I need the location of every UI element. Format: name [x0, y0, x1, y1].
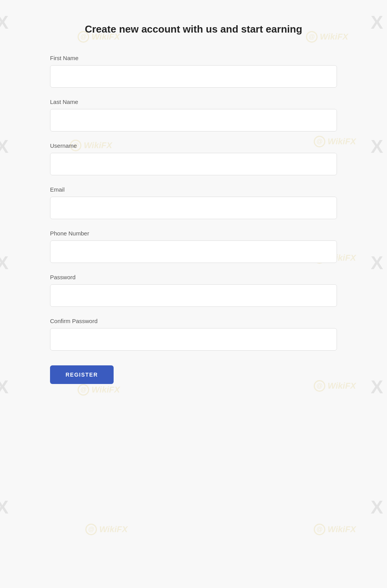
phone-input[interactable] — [50, 240, 337, 263]
registration-form: First Name Last Name Username Email Phon… — [50, 55, 337, 384]
password-input[interactable] — [50, 284, 337, 307]
last-name-input[interactable] — [50, 109, 337, 131]
email-input[interactable] — [50, 197, 337, 219]
watermark-x: X — [371, 496, 383, 518]
watermark-x: X — [0, 496, 9, 518]
watermark-x: X — [371, 12, 383, 33]
phone-group: Phone Number — [50, 230, 337, 263]
wikifx-watermark: @ WikiFX — [85, 524, 128, 535]
username-input[interactable] — [50, 153, 337, 175]
wikifx-watermark: @ WikiFX — [314, 524, 356, 535]
last-name-label: Last Name — [50, 99, 337, 105]
watermark-x: X — [371, 376, 383, 398]
phone-label: Phone Number — [50, 230, 337, 237]
first-name-label: First Name — [50, 55, 337, 61]
confirm-password-group: Confirm Password — [50, 318, 337, 351]
password-label: Password — [50, 274, 337, 280]
watermark-x: X — [371, 252, 383, 273]
username-group: Username — [50, 142, 337, 175]
first-name-group: First Name — [50, 55, 337, 88]
register-button[interactable]: REGISTER — [50, 365, 114, 384]
email-group: Email — [50, 186, 337, 219]
watermark-x: X — [0, 252, 9, 273]
watermark-x: X — [371, 136, 383, 157]
last-name-group: Last Name — [50, 99, 337, 131]
first-name-input[interactable] — [50, 65, 337, 88]
watermark-x: X — [0, 376, 9, 398]
username-label: Username — [50, 142, 337, 149]
page-title: Create new account with us and start ear… — [50, 23, 337, 35]
confirm-password-label: Confirm Password — [50, 318, 337, 324]
watermark-x: X — [0, 12, 9, 33]
confirm-password-input[interactable] — [50, 328, 337, 351]
watermark-x: X — [0, 136, 9, 157]
password-group: Password — [50, 274, 337, 307]
email-label: Email — [50, 186, 337, 193]
page-wrapper: Create new account with us and start ear… — [19, 0, 368, 415]
